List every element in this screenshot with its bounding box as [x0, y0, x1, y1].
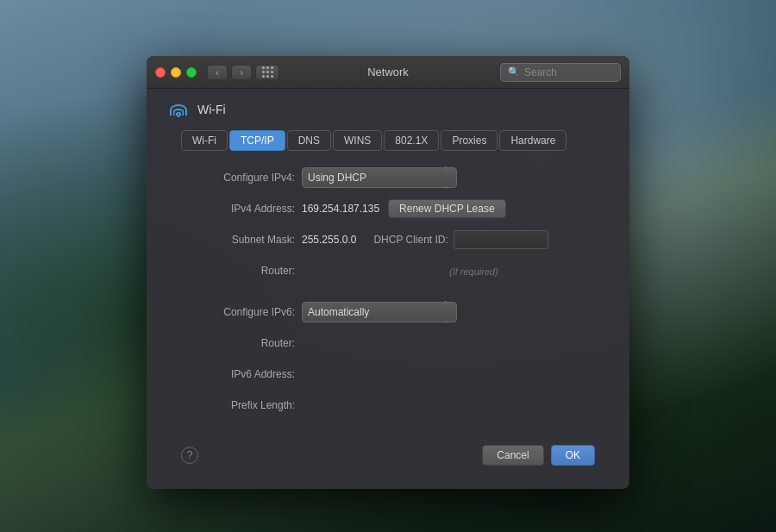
chevron-ipv6-icon: ⌃⌄	[441, 298, 451, 326]
search-placeholder: Search	[524, 66, 557, 78]
back-button[interactable]: ‹	[207, 65, 228, 80]
configure-ipv4-row: Configure IPv4: Using DHCP ⌃⌄	[172, 166, 604, 189]
ipv6-address-row: IPv6 Address:	[172, 363, 604, 385]
tab-wins[interactable]: WINS	[333, 130, 382, 151]
configure-ipv6-value: Automatically	[308, 306, 369, 318]
network-window: ‹ › Network 🔍 Search	[147, 56, 629, 489]
tabs-bar: Wi-Fi TCP/IP DNS WINS 802.1X Proxies Har…	[164, 130, 612, 151]
prefix-length-label: Prefix Length:	[172, 399, 302, 411]
router-ipv6-label: Router:	[172, 337, 302, 349]
renew-dhcp-button[interactable]: Renew DHCP Lease	[388, 199, 506, 218]
subnet-row: Subnet Mask: 255.255.0.0 DHCP Client ID:	[172, 228, 604, 251]
tab-wifi[interactable]: Wi-Fi	[181, 130, 228, 151]
tab-8021x[interactable]: 802.1X	[384, 130, 439, 151]
configure-ipv4-value: Using DHCP	[308, 172, 366, 184]
router-ipv4-row: Router: (If required)	[172, 260, 604, 282]
tab-dns[interactable]: DNS	[287, 130, 331, 151]
router-ipv4-label: Router:	[172, 265, 302, 277]
forward-button[interactable]: ›	[231, 65, 252, 80]
wifi-icon	[168, 102, 189, 117]
dhcp-client-input[interactable]	[454, 230, 548, 249]
cancel-button[interactable]: Cancel	[482, 445, 543, 466]
window-content: Wi-Fi Wi-Fi TCP/IP DNS WINS 802.1X Proxi…	[147, 89, 629, 489]
titlebar: ‹ › Network 🔍 Search	[147, 56, 629, 89]
subnet-label: Subnet Mask:	[172, 234, 302, 246]
dhcp-client-label: DHCP Client ID:	[373, 234, 447, 246]
help-button[interactable]: ?	[181, 447, 198, 464]
action-buttons: Cancel OK	[482, 445, 595, 466]
router-ipv6-row: Router:	[172, 332, 604, 354]
configure-ipv4-label: Configure IPv4:	[172, 172, 302, 184]
configure-ipv6-select[interactable]: Automatically ⌃⌄	[302, 302, 457, 322]
minimize-button[interactable]	[171, 67, 181, 78]
maximize-button[interactable]	[186, 67, 197, 78]
dhcp-client-section: DHCP Client ID:	[373, 230, 548, 249]
apps-button[interactable]	[255, 65, 279, 80]
configure-ipv4-select[interactable]: Using DHCP ⌃⌄	[302, 167, 457, 188]
ipv4-address-label: IPv4 Address:	[172, 203, 302, 215]
chevron-icon: ⌃⌄	[441, 164, 451, 191]
wifi-header: Wi-Fi	[164, 102, 612, 117]
ipv4-address-row: IPv4 Address: 169.254.187.135 Renew DHCP…	[172, 197, 604, 220]
configure-ipv6-label: Configure IPv6:	[172, 306, 302, 318]
wifi-label: Wi-Fi	[197, 103, 226, 116]
forward-icon: ›	[240, 67, 243, 78]
bottom-bar: ? Cancel OK	[164, 434, 612, 476]
subnet-value: 255.255.0.0	[302, 234, 356, 246]
apps-grid-icon	[262, 66, 273, 78]
configure-ipv6-row: Configure IPv6: Automatically ⌃⌄	[172, 301, 604, 323]
tab-tcpip[interactable]: TCP/IP	[229, 130, 285, 151]
tab-hardware[interactable]: Hardware	[499, 130, 566, 151]
prefix-length-row: Prefix Length:	[172, 394, 604, 416]
ok-button[interactable]: OK	[551, 445, 595, 466]
close-button[interactable]	[155, 67, 166, 78]
tab-proxies[interactable]: Proxies	[441, 130, 498, 151]
if-required-text: (If required)	[449, 266, 498, 277]
search-icon: 🔍	[508, 66, 520, 78]
ipv4-address-value: 169.254.187.135	[302, 203, 379, 215]
tcp-ip-form: Configure IPv4: Using DHCP ⌃⌄ IPv4 Addre…	[164, 166, 612, 416]
window-title: Network	[367, 66, 409, 78]
nav-buttons: ‹ ›	[207, 65, 252, 80]
back-icon: ‹	[216, 67, 219, 78]
ipv6-address-label: IPv6 Address:	[172, 368, 302, 380]
search-box[interactable]: 🔍 Search	[500, 63, 621, 82]
traffic-lights	[155, 67, 197, 78]
